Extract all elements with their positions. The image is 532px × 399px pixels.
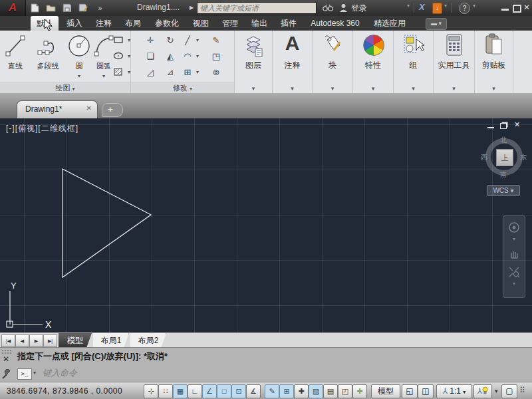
annotation-scale-button[interactable]: ⅄ 1:1 ▾ (436, 384, 472, 398)
panel-label-modify[interactable]: 修改 ▾ (131, 82, 234, 93)
signin-label[interactable]: 登录 (351, 3, 367, 14)
file-tab-drawing1[interactable]: Drawing1* ✕ (17, 100, 98, 119)
panel-label-draw[interactable]: 绘图 ▾ (0, 82, 130, 93)
panel-label-annotation[interactable]: 注释 (273, 60, 312, 71)
help-button[interactable]: ? (459, 3, 470, 14)
rectangle-dropdown-icon[interactable]: ▾ (128, 38, 130, 43)
panel-label-layers[interactable]: 图层 (235, 60, 272, 71)
circle-button[interactable]: 圆 ▾ (66, 33, 92, 79)
infer-constraints-toggle[interactable]: ⊹ (144, 384, 158, 398)
viewcube-south-label[interactable]: 南 (500, 170, 507, 180)
viewcube-north-label[interactable]: 北 (500, 136, 507, 145)
layers-button[interactable] (244, 35, 263, 60)
search-button[interactable] (321, 1, 334, 15)
steering-wheel-icon[interactable] (503, 221, 525, 236)
viewcube-east-label[interactable]: 东 (520, 153, 527, 162)
pan-hand-icon[interactable] (503, 249, 525, 262)
fillet-button[interactable]: ◠ (181, 49, 194, 63)
help-chevron-icon[interactable]: ▾ (473, 3, 475, 9)
clean-screen-button[interactable]: ⠿ (519, 386, 525, 395)
annotation-monitor-toggle[interactable]: ✛ (352, 384, 367, 398)
ribbon-tab-output[interactable]: 输出 (246, 16, 273, 31)
rotate-button[interactable]: ↻ (162, 33, 178, 47)
drawing-canvas[interactable]: Y X [-][俯视][二维线框] ✕ 上 北 西 东 南 WCS ▾ (0, 118, 532, 332)
first-layout-button[interactable]: |◀ (1, 334, 15, 347)
dynamic-ucs-toggle[interactable]: ✎ (265, 384, 279, 398)
explode-button[interactable]: ◳ (208, 49, 224, 63)
wheel-dropdown-icon[interactable]: ▾ (503, 236, 525, 242)
help-search-field[interactable] (197, 2, 317, 14)
dynamic-input-toggle[interactable]: ⊞ (279, 384, 294, 398)
block-button[interactable] (322, 33, 343, 60)
command-customize-button[interactable] (1, 369, 12, 382)
ribbon-tab-insert[interactable]: 插入 (61, 16, 88, 31)
panel-label-utilities[interactable]: 实用工具 (434, 60, 474, 71)
close-button[interactable]: ✕ (523, 3, 530, 12)
panel-label-block[interactable]: 块 (313, 60, 352, 71)
utilities-button[interactable] (446, 34, 463, 59)
annotation-tools-dropdown-icon[interactable]: ▾ (495, 388, 498, 394)
copy-button[interactable]: ❏ (142, 49, 158, 63)
quick-view-drawings-button[interactable]: ◫ (418, 384, 434, 398)
quick-properties-toggle[interactable]: ▤ (323, 384, 338, 398)
wcs-button[interactable]: WCS ▾ (487, 185, 520, 196)
command-prompt-icon[interactable]: >_ (17, 368, 32, 380)
last-layout-button[interactable]: ▶| (43, 334, 57, 347)
signin-chevron-icon[interactable]: ▾ (407, 3, 410, 9)
trim-button[interactable]: ╱ (181, 33, 194, 47)
panel-label-group[interactable]: 组 (394, 60, 433, 71)
viewcube-west-label[interactable]: 西 (481, 153, 487, 162)
snap-mode-toggle[interactable]: ∷ (158, 384, 173, 398)
annotation-visibility-button[interactable]: ⅄ (473, 384, 492, 398)
updates-chevron-icon[interactable]: ▾ (444, 3, 447, 9)
mirror-button[interactable]: ◭ (162, 49, 178, 63)
drawing-minimize-button[interactable] (487, 127, 494, 128)
ribbon-tab-layout[interactable]: 布局 (120, 16, 146, 31)
save-button[interactable] (60, 1, 74, 15)
zoom-dropdown-icon[interactable]: ▾ (503, 281, 525, 287)
transparency-toggle[interactable]: ▨ (309, 384, 323, 398)
polyline-button[interactable]: 多段线 (31, 33, 65, 71)
ribbon-tab-featured-apps[interactable]: 精选应用 (368, 16, 411, 31)
panel-utilities-expander-icon[interactable]: ▾ (434, 85, 474, 92)
previous-layout-button[interactable]: ◀ (15, 334, 29, 347)
command-dock-close-button[interactable]: ✕ (3, 354, 9, 364)
coordinate-readout[interactable]: 3846.6974, 873.9846 , 0.0000 (7, 382, 122, 399)
new-drawing-tab-button[interactable]: + (102, 103, 123, 117)
ribbon-tab-manage[interactable]: 管理 (217, 16, 243, 31)
panel-annotation-expander-icon[interactable]: ▾ (273, 85, 312, 92)
panel-group-expander-icon[interactable]: ▾ (394, 85, 433, 92)
application-status-menu-button[interactable]: ▢ (501, 384, 517, 398)
exchange-apps-button[interactable]: X (419, 2, 425, 12)
erase-button[interactable]: ✎ (208, 33, 224, 47)
save-as-button[interactable] (76, 1, 90, 15)
ribbon-display-toggle[interactable]: ▬ ▾ (426, 18, 447, 30)
next-layout-button[interactable]: ▶ (29, 334, 43, 347)
panel-modify-expander-icon[interactable]: ▾ (190, 86, 192, 92)
command-recent-dropdown-icon[interactable]: ▾ (33, 370, 36, 376)
application-menu-button[interactable]: A (0, 0, 26, 16)
drawing-close-button[interactable]: ✕ (514, 120, 520, 129)
panel-block-expander-icon[interactable]: ▾ (313, 85, 352, 92)
panel-clipboard-expander-icon[interactable]: ▾ (475, 85, 513, 92)
hatch-dropdown-icon[interactable]: ▾ (128, 70, 130, 75)
lineweight-toggle[interactable]: ✚ (294, 384, 309, 398)
tab-layout2[interactable]: 布局2 (130, 333, 166, 348)
drawing-restore-button[interactable] (500, 123, 507, 129)
ribbon-tab-plugins[interactable]: 插件 (275, 16, 302, 31)
stretch-button[interactable]: ◿ (142, 65, 158, 79)
model-space-button[interactable]: 模型 (371, 384, 400, 398)
maximize-button[interactable] (513, 5, 521, 13)
command-dock-grip[interactable] (1, 349, 12, 354)
move-button[interactable]: ✛ (142, 33, 158, 47)
viewport-controls[interactable]: [-][俯视][二维线框] (6, 123, 78, 134)
properties-button[interactable] (363, 35, 384, 56)
drawn-triangle[interactable] (63, 169, 151, 277)
hatch-button[interactable]: ▾ (113, 65, 130, 80)
new-drawing-button[interactable] (28, 1, 42, 15)
object-snap-toggle[interactable]: □ (217, 384, 231, 398)
signin-avatar-button[interactable] (336, 1, 350, 15)
panel-draw-expander-icon[interactable]: ▾ (72, 86, 75, 92)
panel-label-clipboard[interactable]: 剪贴板 (475, 60, 513, 71)
line-button[interactable]: 直线 (1, 33, 29, 71)
